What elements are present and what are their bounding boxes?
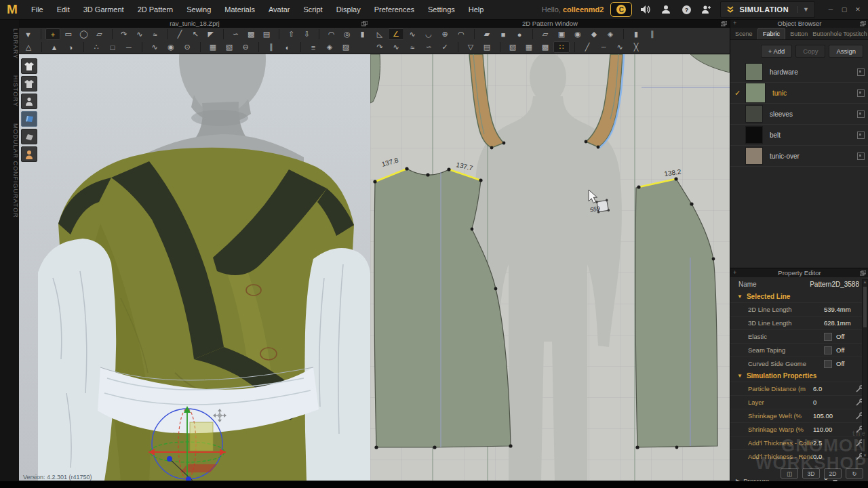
- seam-allowance-tool[interactable]: ◈: [602, 28, 618, 40]
- edit-sewing-tool[interactable]: ↷: [117, 28, 132, 40]
- fabric-swatch[interactable]: [745, 126, 763, 144]
- select-move-tool[interactable]: +: [45, 28, 61, 40]
- minimize-button[interactable]: ─: [826, 5, 835, 14]
- object-browser-tab[interactable]: Scene: [730, 28, 757, 39]
- fabric-b-tool[interactable]: ▧: [221, 41, 237, 53]
- fabric-a-tool[interactable]: ▦: [205, 41, 221, 53]
- fabric-list-item[interactable]: ✓ tunic: [730, 83, 868, 104]
- transform-pattern-tool[interactable]: ▱: [92, 28, 107, 40]
- tool-icon[interactable]: [274, 29, 279, 39]
- show-garment-icon[interactable]: [21, 58, 37, 74]
- fabric-swatch[interactable]: [745, 105, 763, 123]
- fold-arrangement-tool[interactable]: ◤: [203, 28, 218, 40]
- fabric-list-item[interactable]: ✓ sleeves: [730, 104, 868, 125]
- multi-segment-sewing-tool[interactable]: ∽: [420, 41, 437, 53]
- grainline-tool[interactable]: ∷: [553, 41, 570, 53]
- internal-polygon-tool[interactable]: ▱: [537, 28, 553, 40]
- sewing-taping-tool[interactable]: ∽: [228, 28, 243, 40]
- menu-item[interactable]: File: [24, 5, 50, 14]
- basting-tool[interactable]: ┄: [595, 41, 612, 53]
- dock-tab[interactable]: LIBRARY: [0, 22, 19, 66]
- flatten-tool[interactable]: ▤: [259, 28, 275, 40]
- shrinkage-weft-value[interactable]: 105.00: [813, 412, 852, 420]
- fabric-swatch[interactable]: [745, 147, 763, 165]
- edit-round-tool[interactable]: ◠: [453, 28, 469, 40]
- refresh-view-button[interactable]: ↻: [846, 468, 863, 479]
- tool-icon[interactable]: [315, 29, 320, 39]
- tape-edit-tool[interactable]: ∿: [146, 41, 163, 53]
- tool-icon[interactable]: [36, 29, 41, 39]
- edit-pattern-tool[interactable]: ∠: [388, 28, 404, 40]
- tool-icon[interactable]: [163, 29, 168, 39]
- close-button[interactable]: ✕: [853, 5, 863, 14]
- account-icon[interactable]: [659, 3, 673, 16]
- arrange-up-tool[interactable]: ⇧: [283, 28, 299, 40]
- tool-icon[interactable]: [495, 42, 500, 52]
- menu-item[interactable]: Display: [330, 5, 368, 14]
- fit-check-tool[interactable]: ▨: [338, 41, 354, 53]
- tool-icon[interactable]: [469, 29, 475, 39]
- 2d-view-button[interactable]: 2D: [824, 468, 842, 479]
- fabric-save-icon[interactable]: [857, 110, 865, 118]
- select-avatar-tool[interactable]: ▲: [46, 41, 62, 53]
- 3d-line-length-value[interactable]: 628.1mm: [824, 319, 863, 327]
- circle-select-tool[interactable]: ◎: [339, 28, 355, 40]
- select-box-tool[interactable]: ▭: [60, 28, 76, 40]
- menu-item[interactable]: Avatar: [262, 5, 297, 14]
- menu-item[interactable]: Help: [462, 5, 491, 14]
- simulation-mode-button[interactable]: SIMULATION ▼: [720, 1, 815, 18]
- popout-icon[interactable]: [860, 270, 866, 277]
- object-browser-tab[interactable]: Topstitch: [842, 28, 868, 39]
- mode-dropdown-caret[interactable]: ▼: [797, 6, 809, 13]
- fabric-list-item[interactable]: ✓ belt: [730, 125, 868, 146]
- show-pattern-icon[interactable]: [21, 76, 37, 92]
- speaker-icon[interactable]: [639, 3, 652, 16]
- pattern-color-tool[interactable]: ▦: [521, 41, 537, 53]
- menu-item[interactable]: Edit: [50, 5, 77, 14]
- button-tool[interactable]: ◉: [163, 41, 179, 53]
- copy-fabric-button[interactable]: Copy: [795, 45, 825, 58]
- xray-avatar-tool[interactable]: ◑: [62, 41, 79, 53]
- edit-curve-point-tool[interactable]: ◡: [420, 28, 437, 40]
- tool-icon[interactable]: [618, 29, 624, 39]
- sculpt-tool[interactable]: ◈: [321, 41, 338, 53]
- fabric-save-icon[interactable]: [857, 68, 865, 76]
- fabric-list-item[interactable]: ✓ hardware: [730, 62, 868, 83]
- menu-item[interactable]: Preferences: [368, 5, 421, 14]
- seam-taping-checkbox[interactable]: Off: [824, 346, 863, 354]
- internal-circle-tool[interactable]: ◉: [570, 28, 586, 40]
- shrinkage-warp-value[interactable]: 110.00: [813, 426, 852, 433]
- fabric-save-icon[interactable]: [857, 131, 865, 139]
- thickness-collision-value[interactable]: 2.5: [813, 439, 852, 447]
- free-sewing-tool[interactable]: ≈: [147, 28, 163, 40]
- layer-value[interactable]: 0: [813, 399, 852, 406]
- fabric-save-icon[interactable]: [857, 152, 865, 160]
- panel-move-icon[interactable]: +: [733, 20, 736, 26]
- tool-icon[interactable]: [37, 42, 42, 52]
- object-browser-tab[interactable]: Button: [785, 28, 812, 39]
- object-browser-tab[interactable]: Buttonhole: [812, 28, 842, 39]
- rectangle-tool[interactable]: ■: [495, 28, 511, 40]
- pattern-name-value[interactable]: Pattern2D_3588: [810, 281, 859, 288]
- credits-icon[interactable]: C: [610, 2, 632, 17]
- cut-sew-tool[interactable]: ╳: [628, 41, 644, 53]
- free-sewing-tool[interactable]: ≈: [404, 41, 420, 53]
- menu-item[interactable]: Settings: [421, 5, 462, 14]
- split-view-button[interactable]: ◫: [781, 468, 798, 479]
- tool-icon[interactable]: [195, 42, 201, 52]
- polygon-tool[interactable]: ▰: [479, 28, 495, 40]
- select-lasso-tool[interactable]: ◯: [76, 28, 92, 40]
- show-avatar-icon[interactable]: [21, 94, 37, 109]
- pattern-texture-tool[interactable]: ▩: [537, 41, 553, 53]
- menu-item[interactable]: 2D Pattern: [131, 5, 180, 14]
- fabric-swatch-icon[interactable]: [21, 129, 37, 144]
- texture-editor-tool[interactable]: ▧: [505, 41, 521, 53]
- property-editor-scrollbar[interactable]: ▲▼: [862, 279, 868, 458]
- steam-tool[interactable]: ▽: [462, 41, 479, 53]
- avatar-3d-render[interactable]: [19, 54, 370, 481]
- quilt-tool[interactable]: ▩: [243, 28, 259, 40]
- assign-fabric-button[interactable]: Assign: [829, 45, 863, 58]
- elastic-checkbox[interactable]: Off: [824, 333, 863, 341]
- tool-icon[interactable]: [218, 29, 224, 39]
- fabric-swatch[interactable]: [745, 63, 763, 81]
